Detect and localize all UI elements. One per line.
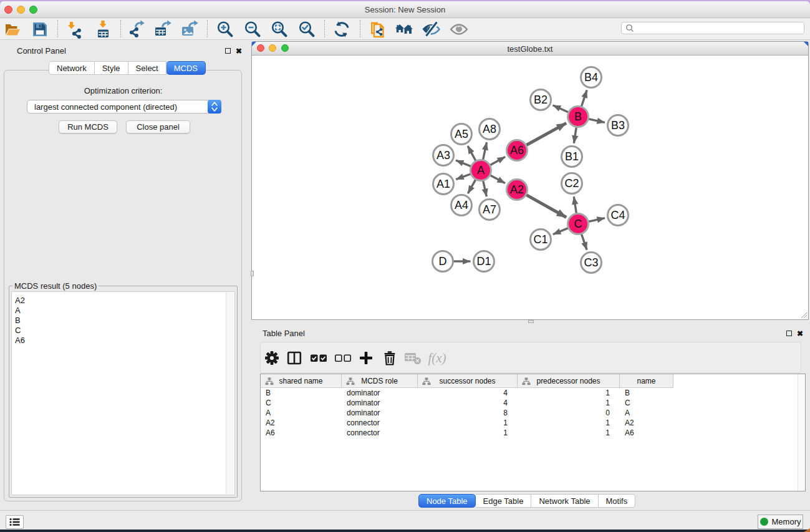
graph-node-B3[interactable]: B3 — [608, 115, 629, 136]
graph-edge-C-C1[interactable] — [553, 228, 570, 235]
resize-grip-icon[interactable] — [800, 311, 808, 319]
graph-edge-A-A5[interactable] — [468, 146, 476, 162]
open-session-icon[interactable] — [2, 19, 24, 39]
export-image-icon[interactable] — [179, 19, 200, 39]
graph-edge-B-B2[interactable] — [553, 105, 570, 113]
result-list-item[interactable]: A6 — [15, 336, 25, 346]
table-row-B[interactable]: Bdominator41B — [261, 388, 673, 398]
network-canvas[interactable]: B4 B2 B B3 A8 A5 A6 A3 B1 A C2 A1 A2 A4 … — [252, 56, 808, 319]
show-panels-eye-icon[interactable] — [448, 19, 470, 39]
graph-edge-A2-C[interactable] — [525, 194, 567, 217]
column-header-MCDS-role[interactable]: MCDS role — [342, 374, 418, 388]
graph-node-C[interactable]: C — [568, 214, 589, 235]
export-network-icon[interactable] — [126, 19, 147, 39]
graph-node-A3[interactable]: A3 — [433, 145, 454, 166]
close-panel-icon[interactable]: ✖ — [234, 47, 243, 56]
graph-edge-A-A4[interactable] — [468, 178, 476, 194]
graph-node-A5[interactable]: A5 — [451, 124, 472, 145]
result-list-item[interactable]: A — [15, 306, 25, 316]
table-row-A6[interactable]: A6connector11A6 — [261, 428, 673, 438]
unselect-all-checkboxes-icon[interactable] — [333, 348, 353, 368]
result-list-item[interactable]: B — [15, 316, 25, 326]
memory-button[interactable]: Memory — [758, 515, 803, 529]
tab-style[interactable]: Style — [95, 61, 128, 75]
graph-edge-C-C3[interactable] — [581, 233, 587, 250]
search-input[interactable] — [634, 23, 804, 33]
zoom-fit-icon[interactable] — [269, 19, 290, 39]
run-mcds-button[interactable]: Run MCDS — [59, 120, 117, 133]
graph-edge-A-A8[interactable] — [483, 142, 487, 162]
clone-network-icon[interactable] — [367, 19, 388, 39]
graph-edge-C-C4[interactable] — [587, 218, 605, 222]
tab-network[interactable]: Network — [49, 61, 95, 75]
graph-node-A[interactable]: A — [471, 160, 491, 181]
tab-motifs[interactable]: Motifs — [599, 494, 636, 508]
table-float-panel-icon[interactable] — [784, 329, 793, 337]
table-row-C[interactable]: Cdominator41C — [261, 398, 673, 408]
result-list-item[interactable]: A2 — [15, 296, 25, 306]
columns-icon[interactable] — [284, 348, 304, 368]
graph-edge-B-B3[interactable] — [587, 118, 605, 122]
column-header-shared-name[interactable]: shared name — [261, 374, 342, 388]
column-header-predecessor-nodes[interactable]: predecessor nodes — [518, 374, 620, 388]
cytoscape-home-icon[interactable] — [393, 19, 415, 39]
tab-edge-table[interactable]: Edge Table — [476, 494, 532, 508]
graph-node-B4[interactable]: B4 — [581, 67, 602, 88]
search-field[interactable] — [621, 22, 804, 34]
graph-node-A1[interactable]: A1 — [433, 174, 454, 195]
save-session-icon[interactable] — [29, 19, 51, 39]
result-list-scrollbar[interactable] — [226, 293, 234, 494]
export-table-icon[interactable] — [152, 19, 173, 39]
graph-node-A2[interactable]: A2 — [507, 180, 528, 200]
graph-node-C3[interactable]: C3 — [581, 253, 602, 273]
table-row-A[interactable]: Adominator80A — [261, 408, 673, 418]
close-panel-button[interactable]: Close panel — [126, 120, 190, 133]
tab-select[interactable]: Select — [128, 61, 166, 75]
graph-node-A6[interactable]: A6 — [507, 140, 528, 161]
graph-edge-A6-B[interactable] — [525, 123, 566, 146]
graph-node-B[interactable]: B — [568, 107, 589, 127]
result-list-item[interactable]: C — [15, 326, 25, 336]
graph-edge-B-B4[interactable] — [581, 90, 587, 108]
delete-column-icon[interactable] — [380, 348, 400, 368]
graph-node-C1[interactable]: C1 — [531, 230, 551, 250]
apply-preferred-layout-icon[interactable] — [331, 19, 352, 39]
graph-node-A7[interactable]: A7 — [480, 200, 500, 220]
column-header-name[interactable]: name — [620, 374, 673, 388]
network-window-titlebar[interactable]: testGlobe.txt — [252, 42, 808, 56]
graph-node-C4[interactable]: C4 — [608, 205, 629, 226]
graph-edge-A-A7[interactable] — [483, 179, 486, 196]
graph-edge-A-A2[interactable] — [489, 175, 505, 183]
column-header-successor-nodes[interactable]: successor nodes — [418, 374, 518, 388]
graph-node-A4[interactable]: A4 — [451, 195, 472, 216]
zoom-out-icon[interactable] — [242, 19, 263, 39]
graph-node-A8[interactable]: A8 — [480, 119, 500, 140]
tab-mcds[interactable]: MCDS — [166, 61, 206, 75]
zoom-in-icon[interactable] — [215, 19, 236, 39]
gear-icon[interactable] — [262, 348, 282, 368]
select-all-checkboxes-icon[interactable] — [309, 348, 329, 368]
table-close-panel-icon[interactable]: ✖ — [796, 329, 804, 338]
table-scrollbar[interactable] — [798, 374, 805, 491]
graph-node-B2[interactable]: B2 — [531, 90, 551, 110]
frame-left-resize-handle[interactable] — [251, 271, 254, 276]
add-column-icon[interactable] — [356, 348, 376, 368]
frame-bottom-resize-handle[interactable] — [528, 320, 534, 323]
graph-edge-A-A1[interactable] — [456, 173, 472, 180]
import-table-icon[interactable] — [92, 19, 113, 39]
graph-node-B1[interactable]: B1 — [562, 147, 582, 167]
import-network-icon[interactable] — [65, 19, 86, 39]
graph-edge-A-A6[interactable] — [489, 157, 505, 166]
task-history-button[interactable] — [6, 515, 24, 529]
graph-edge-C-C2[interactable] — [574, 196, 577, 215]
zoom-selected-icon[interactable] — [296, 19, 317, 39]
graph-edge-A-A3[interactable] — [456, 160, 473, 167]
tab-network-table[interactable]: Network Table — [531, 494, 598, 508]
hide-panels-eye-icon[interactable] — [420, 19, 441, 39]
float-panel-icon[interactable] — [223, 46, 232, 55]
graph-node-D[interactable]: D — [433, 251, 453, 272]
graph-node-D1[interactable]: D1 — [474, 251, 494, 272]
tab-node-table[interactable]: Node Table — [418, 494, 476, 508]
criterion-dropdown[interactable]: largest connected component (directed) — [27, 100, 221, 114]
table-row-A2[interactable]: A2connector11A2 — [261, 418, 673, 428]
